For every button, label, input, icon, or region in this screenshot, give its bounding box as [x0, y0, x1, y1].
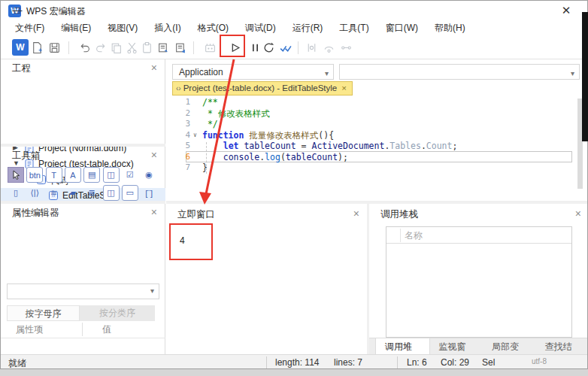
step-into-icon[interactable]	[303, 39, 320, 56]
textbox-tool-icon[interactable]: T	[46, 167, 62, 183]
tab-sort-category[interactable]: 按分类序	[80, 305, 155, 321]
debug-icon[interactable]	[277, 39, 293, 56]
code-editor-region: Application ▾ ▾ ‹›Project (test-table.do…	[166, 59, 588, 201]
code-line-1[interactable]: 1/**	[166, 97, 588, 108]
properties-panel-header: 属性编辑器 ×	[1, 204, 165, 222]
menu-item-6[interactable]: 调试(D)	[237, 20, 284, 36]
buttonbar-tool-icon[interactable]: ▭	[122, 185, 138, 201]
maximize-button[interactable]: □	[1, 1, 34, 20]
image-tool-icon[interactable]: ▰	[65, 185, 81, 201]
close-icon[interactable]: ×	[341, 83, 347, 92]
left-panel-column: 工程 × ▶Project (Normal.dotm)▼Project (tes…	[1, 59, 165, 354]
breakpoint-icon[interactable]	[202, 39, 218, 56]
line-number: 2	[166, 108, 190, 120]
project-panel-title: 工程	[12, 62, 31, 75]
close-button[interactable]: ✕	[550, 1, 583, 20]
object-dropdown[interactable]: Application ▾	[172, 64, 334, 80]
code-text: }	[202, 162, 208, 174]
property-column-header: 属性项	[16, 321, 43, 338]
code-line-4[interactable]: 4∨function 批量修改表格样式(){	[166, 130, 588, 141]
line-number: 4	[166, 130, 190, 141]
cut-icon[interactable]	[123, 39, 140, 56]
tab-sort-alphabetical[interactable]: 按字母序	[7, 305, 80, 321]
uncomment-icon[interactable]	[172, 39, 189, 56]
debug-tab-bar: 调用堆栈监视窗口局部变量查找结果	[369, 338, 588, 354]
toolbox-panel-header: 工具箱 ×	[1, 147, 165, 165]
toolbar-separator	[68, 41, 69, 54]
code-line-5[interactable]: 5 let tableCount = ActiveDocument.Tables…	[166, 141, 588, 152]
paste-icon[interactable]	[138, 39, 155, 56]
line-number: 1	[166, 97, 190, 108]
chevron-down-icon: ▾	[325, 66, 329, 81]
code-line-3[interactable]: 3 */	[166, 119, 588, 130]
properties-object-dropdown[interactable]: ▾	[7, 284, 159, 299]
immediate-panel-header: 立即窗口 ×	[166, 205, 367, 223]
toolbar-separator	[193, 41, 194, 54]
status-bar: 就绪 length: 114lines: 7Ln: 6Col: 29Selutf…	[1, 354, 588, 369]
close-icon[interactable]: ×	[575, 208, 581, 220]
line-number: 7	[166, 162, 190, 174]
menu-item-10[interactable]: 帮助(H)	[426, 20, 474, 36]
close-icon[interactable]: ×	[151, 149, 157, 161]
debug-tab-调用堆栈[interactable]: 调用堆栈	[375, 338, 430, 354]
status-encoding: utf-8	[532, 357, 547, 365]
listview-tool-icon[interactable]: ◫	[103, 167, 120, 183]
button-tool-icon[interactable]: btn	[26, 167, 43, 183]
callstack-table-header: 名称	[386, 227, 571, 244]
menu-item-3[interactable]: 视图(V)	[99, 20, 146, 36]
desktop-background-strip	[0, 369, 588, 376]
statusbar-separator	[266, 356, 267, 368]
procedure-dropdown[interactable]: ▾	[339, 64, 580, 80]
copy-icon[interactable]	[108, 39, 124, 56]
menu-item-4[interactable]: 插入(I)	[146, 20, 189, 36]
radio-tool-icon[interactable]: ◉	[141, 167, 157, 183]
reset-icon[interactable]	[260, 39, 277, 56]
code-text: let tableCount = ActiveDocument.Tables.C…	[202, 141, 457, 152]
menu-item-8[interactable]: 工具(T)	[331, 20, 377, 36]
comment-icon[interactable]	[155, 39, 171, 56]
code-area[interactable]: 1/**2 * 修改表格样式3 */4∨function 批量修改表格样式(){…	[166, 96, 588, 201]
properties-panel-title: 属性编辑器	[12, 207, 59, 220]
editor-tab[interactable]: ‹›Project (test-table.docx) - EditTableS…	[172, 81, 353, 96]
pointer-tool-icon[interactable]	[8, 167, 24, 183]
menu-item-5[interactable]: 格式(O)	[189, 20, 237, 36]
undo-icon[interactable]	[76, 39, 92, 56]
checkbox-tool-icon[interactable]: ☑	[122, 167, 138, 183]
annotation-box-output	[169, 223, 213, 260]
frame-tool-icon[interactable]: ▤	[83, 167, 100, 183]
status-lines: lines: 7	[334, 357, 362, 368]
object-dropdown-value: Application	[179, 67, 223, 77]
code-line-7[interactable]: 7}	[166, 162, 588, 174]
debug-tab-局部变量[interactable]: 局部变量	[483, 338, 536, 354]
toggle-tool-icon[interactable]: ⟨|⟩	[26, 185, 43, 201]
brackets-tool-icon[interactable]: [¨]	[141, 185, 157, 201]
close-icon[interactable]: ×	[151, 62, 157, 74]
menu-item-7[interactable]: 运行(R)	[284, 20, 332, 36]
code-text: function 批量修改表格样式(){	[202, 130, 334, 141]
layout-tool-icon[interactable]: ◫	[103, 185, 120, 201]
step-over-icon[interactable]	[320, 39, 337, 56]
callstack-table: 名称	[386, 226, 572, 338]
debug-tab-监视窗口[interactable]: 监视窗口	[430, 338, 483, 354]
debug-tab-查找结果[interactable]: 查找结果	[536, 338, 588, 354]
page-tool-icon[interactable]: ▯	[8, 185, 24, 201]
save-icon[interactable]	[46, 39, 62, 56]
label-tool-icon[interactable]: A	[65, 167, 81, 183]
menu-item-2[interactable]: 编辑(E)	[53, 20, 99, 36]
menu-item-9[interactable]: 窗口(W)	[377, 20, 426, 36]
status-selection: Sel	[482, 357, 495, 368]
list-tool-icon[interactable]: ≣	[83, 185, 100, 201]
code-text: */	[202, 119, 218, 130]
redo-icon[interactable]	[92, 39, 109, 56]
close-icon[interactable]: ×	[353, 208, 359, 220]
step-out-icon[interactable]	[338, 39, 354, 56]
close-icon[interactable]: ×	[151, 206, 157, 218]
wps-logo[interactable]: W	[12, 39, 29, 56]
code-line-6[interactable]: 6 console.log(tableCount);	[166, 152, 588, 163]
code-line-2[interactable]: 2 * 修改表格样式	[166, 108, 588, 120]
new-file-icon[interactable]	[29, 39, 45, 56]
menu-item-1[interactable]: 文件(F)	[7, 20, 53, 36]
fold-chevron-icon[interactable]: ∨	[193, 130, 197, 141]
toolbar: W	[1, 36, 587, 59]
combo-tool-icon[interactable]: ≋	[46, 185, 62, 201]
